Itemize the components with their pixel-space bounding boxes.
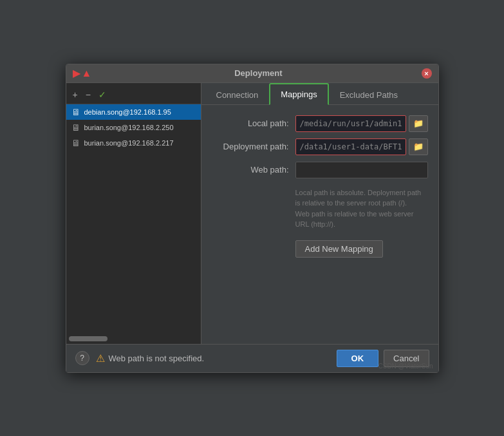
watermark: CSDN @ViatorSun [378,363,433,370]
server-icon-1: 🖥 [71,122,80,133]
sidebar-toolbar: + − ✓ [66,86,201,104]
server-label-2: burian.song@192.168.2.217 [84,139,174,147]
deployment-path-input-wrapper: 📁 [295,138,428,155]
sidebar: + − ✓ 🖥 debian.song@192.168.1.95 🖥 buria… [66,83,201,344]
add-new-mapping-button[interactable]: Add New Mapping [295,240,383,258]
arrow-right-icon: ▲ [82,68,92,79]
close-button[interactable]: × [422,68,432,79]
deployment-path-input[interactable] [295,138,406,155]
add-server-button[interactable]: + [70,88,80,101]
web-path-input-wrapper [295,162,428,178]
server-label-1: burian.song@192.168.2.250 [84,124,174,131]
arrow-left-icon: ▶ [73,68,80,79]
confirm-server-button[interactable]: ✓ [96,88,109,101]
tab-content-mappings: Local path: 📁 Deployment path: 📁 [201,105,438,344]
server-icon-0: 🖥 [71,107,80,117]
local-path-input[interactable] [295,115,406,132]
help-button[interactable]: ? [75,351,89,365]
hint-line-1: Local path is absolute. Deployment path … [295,187,428,209]
local-path-label: Local path: [212,118,289,128]
tab-bar: Connection Mappings Excluded Paths [201,83,438,105]
server-label-0: debian.song@192.168.1.95 [84,108,171,116]
web-path-input[interactable] [295,162,428,178]
server-icon-2: 🖥 [71,138,80,148]
warning-icon: ⚠ [96,352,105,365]
warning-message: ⚠ Web path is not specified. [96,352,205,365]
server-item-2[interactable]: 🖥 burian.song@192.168.2.217 [66,135,201,151]
local-path-browse-button[interactable]: 📁 [409,115,428,132]
web-path-row: Web path: [212,162,428,178]
ok-button[interactable]: OK [337,350,379,367]
warning-text: Web path is not specified. [109,354,205,363]
deployment-path-browse-button[interactable]: 📁 [409,138,428,155]
server-list: 🖥 debian.song@192.168.1.95 🖥 burian.song… [66,104,201,336]
tab-excluded-paths[interactable]: Excluded Paths [329,84,409,105]
server-item-1[interactable]: 🖥 burian.song@192.168.2.250 [66,120,201,135]
title-bar: ▶ ▲ Deployment × [66,64,438,83]
remove-server-button[interactable]: − [83,88,93,101]
server-item-0[interactable]: 🖥 debian.song@192.168.1.95 [66,104,201,120]
scrollbar-thumb [69,336,107,341]
dialog-body: + − ✓ 🖥 debian.song@192.168.1.95 🖥 buria… [66,83,438,344]
local-path-input-wrapper: 📁 [295,115,428,132]
tab-connection[interactable]: Connection [205,84,270,105]
deployment-dialog: ▶ ▲ Deployment × + − ✓ 🖥 debian.song@192… [66,64,439,373]
web-path-label: Web path: [212,165,289,175]
hint-text: Local path is absolute. Deployment path … [212,187,428,230]
tab-mappings[interactable]: Mappings [269,83,328,105]
sidebar-scrollbar[interactable] [66,336,201,341]
dialog-title: Deployment [95,68,421,78]
arrow-decoration: ▶ ▲ [73,68,92,79]
local-path-row: Local path: 📁 [212,115,428,132]
right-panel: Connection Mappings Excluded Paths Local… [201,83,438,344]
hint-line-2: Web path is relative to the web server U… [295,209,428,230]
deployment-path-label: Deployment path: [212,142,289,151]
deployment-path-row: Deployment path: 📁 [212,138,428,155]
